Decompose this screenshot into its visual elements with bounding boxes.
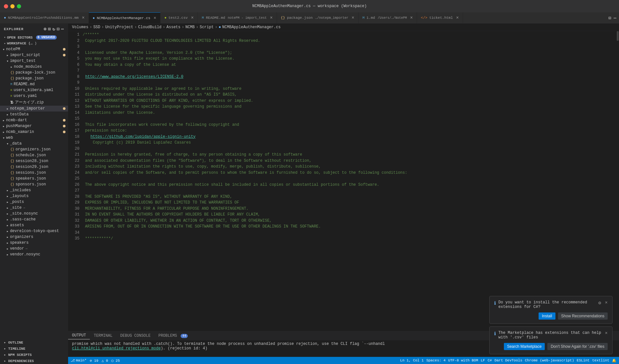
statusbar-info[interactable]: ◯ 25 (111, 358, 120, 363)
statusbar-warnings[interactable]: △ 0 (101, 358, 108, 363)
statusbar-encoding[interactable]: UTF-8 with BOM (448, 358, 478, 363)
tree-sass-cache[interactable]: ▸ .sass-cache (0, 217, 68, 222)
tab-readme[interactable]: M README.md notePM - import_test × (198, 12, 277, 23)
tree-layouts[interactable]: ▸ _layouts (0, 193, 68, 199)
dont-show-again-button[interactable]: Don't Show Again for '.csv' files (547, 343, 608, 350)
panel-link[interactable]: cli.html#cli_unhandled_rejections_mode (72, 346, 161, 351)
tree-users-yaml[interactable]: ≡ users.yaml (0, 93, 68, 99)
statusbar-dart[interactable]: Dart DevTools (494, 358, 522, 363)
tree-speakers-folder[interactable]: ▸ speakers (0, 240, 68, 246)
scrollbar-thumb[interactable] (617, 31, 619, 41)
tree-sponsors[interactable]: {} sponsors.json (0, 182, 68, 187)
tree-notepm-importer[interactable]: ▸ notepm_importer (0, 106, 68, 112)
tree-schedule-json[interactable]: {} schedule.json (0, 152, 68, 158)
tab-close-authen[interactable]: × (154, 16, 156, 21)
statusbar-line-ending[interactable]: LF (481, 358, 485, 363)
tree-session28[interactable]: {} session28.json (0, 158, 68, 164)
tab-close-push[interactable]: × (82, 15, 84, 20)
show-recommendations-button[interactable]: Show Recommendations (558, 312, 608, 320)
open-editors-section[interactable]: ▾ OPEN EDITORS 6 UNSAVED (0, 34, 68, 41)
tree-organizers[interactable]: ▸ organizers (0, 234, 68, 240)
dependencies-section[interactable]: ▸ DEPENDENCIES (0, 358, 68, 364)
outline-section[interactable]: ▸ OUTLINE (0, 339, 68, 346)
tab-ticket[interactable]: </> ticket.html × (417, 12, 463, 23)
more-icon[interactable]: ⋯ (61, 26, 64, 32)
tab-md[interactable]: M 1.md /Users/…/NotePM × (359, 12, 417, 23)
new-folder-icon[interactable]: ⊞ (48, 26, 51, 32)
tree-readme[interactable]: M README.md (0, 81, 68, 87)
tree-package-json[interactable]: {} package.json (0, 76, 68, 81)
scrollbar[interactable] (616, 31, 619, 331)
tree-assets[interactable]: ▸ assets (0, 222, 68, 228)
code-content[interactable]: /****** Copyright 2017-2020 FUJITSU CLOU… (83, 31, 616, 331)
statusbar-spaces[interactable]: Spaces: 4 (426, 358, 446, 363)
statusbar-branch[interactable]: ⎇ main* (71, 358, 87, 363)
tree-import-test[interactable]: ▾ import_test (0, 58, 68, 64)
statusbar-language[interactable]: C# (488, 358, 492, 363)
tree-ncmb-xamarin[interactable]: ▸ ncmb_xamarin (0, 129, 68, 135)
tab-ncmb-push[interactable]: ● NCMBAppControllerPushAdditions.mm × (0, 12, 89, 23)
close-button[interactable] (4, 4, 8, 8)
tree-ncmb-dart[interactable]: ▸ ncmb-dart (0, 117, 68, 123)
more-tabs-icon[interactable]: ⋯ (614, 15, 616, 21)
tree-notepm[interactable]: ▾ notePM (0, 46, 68, 52)
tree-web[interactable]: ▾ web (0, 135, 68, 141)
statusbar-chrome[interactable]: Chrome (web-javascript) (525, 358, 574, 363)
tree-package-lock[interactable]: {} package-lock.json (0, 70, 68, 76)
tree-archive-zip[interactable]: 🗜 アーカイブ.zip (0, 99, 68, 106)
tree-testdata[interactable]: ▸ testData (0, 112, 68, 117)
tree-site-nosync[interactable]: ▸ _site.nosync (0, 211, 68, 217)
tab-problems[interactable]: PROBLEMS 44 (154, 332, 192, 339)
workspace-section[interactable]: ▾ WORKSPACE (… ) (0, 41, 68, 46)
tree-speakers[interactable]: {} speakers.json (0, 176, 68, 182)
tab-close-readme[interactable]: × (270, 15, 272, 20)
minimize-button[interactable] (10, 4, 15, 8)
titlebar: NCMBAppleAuthenManager.cs — workspace (W… (0, 0, 619, 12)
tree-posts[interactable]: ▸ _posts (0, 199, 68, 205)
collapse-icon[interactable]: ⊟ (57, 26, 60, 32)
npm-scripts-section[interactable]: ▸ NPM SCRIPTS (0, 352, 68, 358)
statusbar-errors[interactable]: ⊘ 19 (90, 358, 98, 363)
tree-import-script[interactable]: ▸ import_script (0, 52, 68, 58)
code-editor[interactable]: 1 2 3 4 5 6 7 8 9 10 11 12 13 14 15 16 1… (68, 31, 619, 331)
tree-push-manager[interactable]: ▸ pushManager (0, 123, 68, 129)
tree-data[interactable]: ▾ _data (0, 141, 68, 147)
notif2-close-icon[interactable]: × (605, 331, 608, 336)
tree-users-kibera[interactable]: ≡ users_kibera.yaml (0, 87, 68, 93)
tab-close-md[interactable]: × (410, 15, 413, 20)
tab-close-ticket[interactable]: × (456, 15, 459, 20)
tree-organizers-json[interactable]: {} organizers.json (0, 147, 68, 152)
tab-debug-console[interactable]: DEBUG CONSOLE (116, 332, 155, 339)
install-button[interactable]: Install (539, 312, 555, 320)
notif1-close-icon[interactable]: × (605, 300, 608, 305)
statusbar-textlint[interactable]: textlint (592, 358, 609, 363)
tree-devrelcon[interactable]: ▸ devrelcon-tokyo-quest (0, 228, 68, 234)
tab-csv[interactable]: ● test2.csv × (161, 12, 198, 23)
tree-site[interactable]: ▸ _site → (0, 205, 68, 211)
statusbar-eslint[interactable]: ESLint (577, 358, 590, 363)
refresh-icon[interactable]: ↻ (53, 26, 55, 32)
link-github[interactable]: https://github.com/lupidan/apple-signin-… (90, 135, 196, 139)
tree-sessions[interactable]: {} sessions.json (0, 170, 68, 176)
notif1-gear-icon[interactable]: ⚙ (598, 300, 601, 306)
tree-includes[interactable]: ▸ _includes (0, 187, 68, 193)
tree-node-modules[interactable]: ▸ node_modules (0, 64, 68, 70)
tab-output[interactable]: OUTPUT (68, 332, 90, 339)
link-apache[interactable]: http://www.apache.org/licenses/LICENSE-2… (85, 75, 183, 79)
tab-terminal[interactable]: TERMINAL (90, 332, 116, 339)
statusbar-position[interactable]: Ln 1, Col 1 (400, 358, 424, 363)
tab-ncmb-authen[interactable]: ● NCMBAppleAuthenManager.cs × (89, 12, 161, 23)
maximize-button[interactable] (17, 4, 21, 8)
new-file-icon[interactable]: ⊕ (44, 26, 47, 32)
tab-close-csv[interactable]: × (191, 15, 194, 20)
tree-session29[interactable]: {} session29.json (0, 164, 68, 170)
tree-vendor[interactable]: ▸ vendor → (0, 246, 68, 252)
timeline-section[interactable]: ▸ TIMELINE (0, 346, 68, 352)
search-marketplace-button[interactable]: Search Marketplace (504, 343, 545, 350)
tree-vendor-nosync[interactable]: ▸ vendor.nosync (0, 252, 68, 257)
split-editor-icon[interactable]: ⊡ (608, 15, 611, 21)
statusbar-bell[interactable]: 🔔 (612, 358, 616, 363)
tab-package[interactable]: {} package.json …/notepm_importer × (277, 12, 359, 23)
tab-close-package[interactable]: × (351, 15, 354, 20)
bell-icon: 🔔 (612, 358, 616, 363)
